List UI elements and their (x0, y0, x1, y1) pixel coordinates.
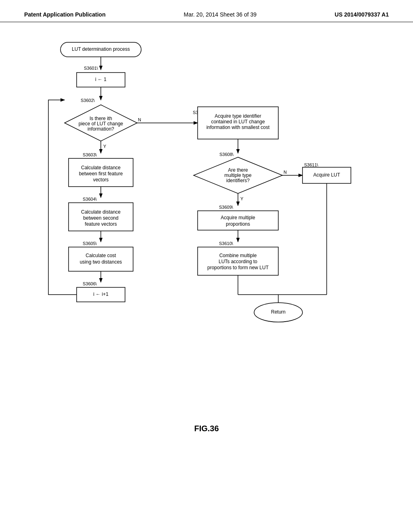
calc-cost-line2: using two distances (80, 259, 122, 265)
acquire-prop-line1: Acquire multiple (221, 215, 255, 220)
decision1-text2: piece of LUT change (79, 121, 123, 127)
no2-label: N (284, 170, 287, 175)
decision2-line3: identifiers? (226, 178, 250, 183)
yes2-label: Y (240, 196, 244, 201)
s3606-label: S3606\ (83, 281, 97, 286)
header-center: Mar. 20, 2014 Sheet 36 of 39 (184, 11, 257, 18)
decision1-text3: information? (88, 126, 114, 132)
header-right: US 2014/0079337 A1 (335, 11, 389, 18)
fig-label: FIG.36 (0, 424, 413, 433)
acquire-type-line2: contained in LUT change (211, 119, 265, 125)
calc-dist1-line1: Calculate distance (81, 165, 121, 170)
title-text: LUT determination process (72, 46, 130, 52)
calc-dist2-line3: feature vectors (85, 221, 117, 227)
calc-dist2-line2: between second (83, 215, 118, 221)
s3611-label: S3611\ (304, 162, 319, 167)
combine-luts-line3: proportions to form new LUT (207, 265, 269, 270)
acquire-type-line1: Acquire type identifier (215, 113, 261, 119)
combine-luts-line2: LUTs according to (219, 259, 257, 264)
s3610-label: S3610\ (219, 241, 234, 246)
s3608-label: S3608\ (219, 152, 234, 157)
s3604-label: S3604\ (83, 197, 97, 202)
s3602-label: S3602\ (81, 98, 95, 103)
calc-dist1-line2: between first feature (79, 171, 123, 177)
i-increment-text: i ← i+1 (93, 291, 108, 297)
decision2-line2: multiple type (224, 172, 252, 178)
s3603-label: S3603\ (83, 152, 97, 157)
header: Patent Application Publication Mar. 20, … (0, 0, 413, 22)
acquire-lut-text: Acquire LUT (313, 172, 340, 178)
s3609-label: S3609\ (219, 205, 234, 210)
calc-dist1-line3: vectors (93, 177, 109, 183)
diagram-area: LUT determination process S3601\ i ← 1 S… (0, 22, 413, 466)
s3605-label: S3605\ (83, 241, 97, 246)
page: Patent Application Publication Mar. 20, … (0, 0, 413, 532)
calc-cost-line1: Calculate cost (86, 253, 116, 258)
flowchart-svg: LUT determination process S3601\ i ← 1 S… (24, 38, 371, 433)
acquire-prop-line2: proportions (226, 221, 250, 227)
return-text: Return (271, 309, 286, 315)
no1-label: N (138, 117, 141, 122)
yes1-label: Y (103, 144, 106, 149)
i-init-text: i ← 1 (95, 77, 106, 82)
header-left: Patent Application Publication (24, 11, 106, 18)
decision1-text: Is there ith (90, 116, 112, 121)
calc-dist2-line1: Calculate distance (81, 209, 121, 215)
combine-luts-line1: Combine multiple (219, 253, 257, 258)
decision2-line1: Are there (228, 167, 248, 173)
s3601-label: S3601\ (84, 66, 98, 71)
acquire-type-line3: information with smallest cost (206, 125, 270, 130)
